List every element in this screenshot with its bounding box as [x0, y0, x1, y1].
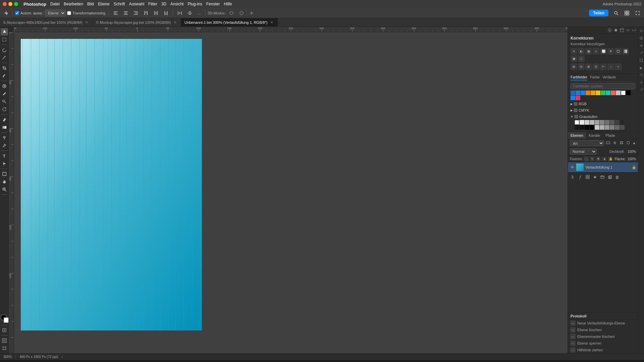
transform-checkbox[interactable]: [67, 11, 71, 15]
panel-icon-1[interactable]: [607, 27, 612, 33]
clone-tool[interactable]: [1, 98, 8, 105]
swatch-14[interactable]: [576, 96, 580, 100]
korr-btn-colorbalance[interactable]: [622, 48, 629, 55]
right-icon-1[interactable]: [639, 28, 644, 34]
gs-5[interactable]: [595, 120, 599, 125]
mac-window-controls[interactable]: [3, 2, 18, 6]
menu-hilfe[interactable]: Hilfe: [224, 2, 232, 6]
protokoll-item-5[interactable]: ▭ Hilfslinie ziehen: [568, 347, 638, 353]
ebenen-filter-icon2[interactable]: [612, 141, 618, 145]
eb-delete-btn[interactable]: [614, 174, 620, 180]
korr-btn-curves[interactable]: ∿: [593, 48, 599, 55]
align-top-btn[interactable]: [142, 9, 150, 17]
ebenen-tab-pfade[interactable]: Pfade: [603, 132, 618, 139]
korr-btn-threshold[interactable]: ⊢: [600, 63, 607, 70]
farbfelder-search-input[interactable]: [571, 83, 635, 89]
swatch-1[interactable]: [571, 90, 575, 95]
ebenen-filter-toggle[interactable]: ●: [632, 141, 636, 145]
path-select-tool[interactable]: [1, 160, 8, 167]
fullscreen-btn[interactable]: [633, 9, 642, 17]
document-canvas[interactable]: [21, 39, 202, 330]
korr-btn-vibrance[interactable]: ▼: [607, 48, 614, 55]
menu-auswahl[interactable]: Auswahl: [129, 2, 144, 6]
gs-20[interactable]: [620, 125, 625, 130]
right-icon-2[interactable]: [639, 36, 644, 41]
korr-btn-hue[interactable]: [615, 48, 622, 55]
eb-effects-btn[interactable]: ƒ: [577, 174, 583, 180]
search-icon-btn[interactable]: [612, 9, 621, 17]
menu-bild[interactable]: Bild: [87, 2, 94, 6]
ebenen-tab-kanaele[interactable]: Kanäle: [586, 132, 603, 139]
gs-19[interactable]: [615, 125, 620, 130]
fix-icon-3[interactable]: ✥: [596, 157, 601, 161]
right-icon-5[interactable]: [639, 58, 644, 63]
gs-6[interactable]: [600, 120, 604, 125]
zoom-tool[interactable]: [1, 186, 8, 193]
gs-2[interactable]: [580, 120, 584, 125]
minimize-dot[interactable]: [8, 2, 12, 6]
fix-icon-2[interactable]: ✎: [590, 157, 595, 161]
right-icon-7[interactable]: [639, 80, 644, 85]
right-icon-6[interactable]: [639, 72, 644, 78]
align-center-btn[interactable]: [121, 9, 130, 17]
threed-btn3[interactable]: [247, 9, 256, 17]
right-icon-4[interactable]: [639, 50, 644, 56]
gs-11[interactable]: [575, 125, 579, 130]
swatch-11[interactable]: [621, 90, 626, 95]
korr-btn-photo-filter[interactable]: ⬡: [578, 55, 585, 62]
farbgruppe-rgb-header[interactable]: ▶ RGB: [571, 101, 635, 107]
menu-ebene[interactable]: Ebene: [98, 2, 110, 6]
korr-btn-gradient-map[interactable]: ▫: [607, 63, 614, 70]
tab-3-close[interactable]: ✕: [269, 20, 274, 25]
right-icon-3[interactable]: [639, 43, 644, 48]
background-color[interactable]: [4, 317, 9, 323]
farbfelder-tab-farbfelder[interactable]: Farbfelder: [571, 75, 587, 80]
align-left-btn[interactable]: [111, 9, 120, 17]
rect-shape-tool[interactable]: [1, 170, 8, 178]
gs-9[interactable]: [615, 120, 620, 125]
eraser-tool[interactable]: [1, 116, 8, 123]
gs-15[interactable]: [595, 125, 599, 130]
protokoll-item-3[interactable]: ▭ Ebenenmaske löschen: [568, 333, 638, 340]
swatch-3[interactable]: [581, 90, 585, 95]
swatch-8[interactable]: [606, 90, 610, 95]
right-icon-8[interactable]: [639, 87, 644, 93]
eb-mask-btn[interactable]: [585, 174, 591, 180]
menu-3d[interactable]: 3D: [161, 2, 166, 6]
ebenen-tab-ebenen[interactable]: Ebenen: [568, 132, 586, 139]
align-middle-btn[interactable]: [152, 9, 160, 17]
gs-13[interactable]: [585, 125, 589, 130]
farbfelder-tab-verlaeufe[interactable]: Verläufe: [602, 75, 616, 80]
korr-btn-posterize[interactable]: ⊡: [593, 63, 599, 70]
wand-tool[interactable]: [1, 54, 8, 61]
gs-7[interactable]: [605, 120, 609, 125]
menu-plugins[interactable]: Plug-ins: [187, 2, 202, 6]
color-swatches[interactable]: [0, 315, 9, 323]
gs-12[interactable]: [580, 125, 584, 130]
close-dot[interactable]: [3, 2, 7, 6]
arrange-btn[interactable]: [623, 9, 631, 17]
move-tool[interactable]: [1, 28, 8, 36]
panel-icon-3[interactable]: [619, 27, 625, 33]
selection-tool[interactable]: [1, 36, 8, 43]
tab-1-close[interactable]: ✕: [84, 20, 89, 25]
farbgruppe-graustufen-header[interactable]: ▼ Graustufen: [571, 114, 635, 119]
swatch-2[interactable]: [576, 90, 580, 95]
screen-mode-btn[interactable]: [1, 337, 8, 344]
lasso-tool[interactable]: [1, 46, 8, 54]
protokoll-item-2[interactable]: ▭ Ebene löschen: [568, 326, 638, 333]
threed-btn2[interactable]: [237, 9, 246, 17]
layer-select-dropdown[interactable]: Ebene: [45, 10, 66, 16]
panel-icon-4[interactable]: [625, 27, 631, 33]
menu-bearbeiten[interactable]: Bearbeiten: [64, 2, 83, 6]
ebenen-filter-icon1[interactable]: [605, 141, 611, 145]
gs-18[interactable]: [610, 125, 614, 130]
crop-tool[interactable]: [1, 64, 8, 72]
swatch-4[interactable]: [586, 90, 590, 95]
pen-tool[interactable]: [1, 142, 8, 149]
protokoll-item-1[interactable]: ▭ Neue Verlaufsfüllungs-Ebene: [568, 320, 638, 326]
align-bottom-btn[interactable]: [162, 9, 170, 17]
distribute-btn2[interactable]: [185, 9, 194, 17]
tab-2[interactable]: © Mockup-Skyscraper.jpg bei 120% (RGB/8#…: [93, 18, 181, 26]
korr-btn-contrast[interactable]: ◐: [578, 48, 585, 55]
